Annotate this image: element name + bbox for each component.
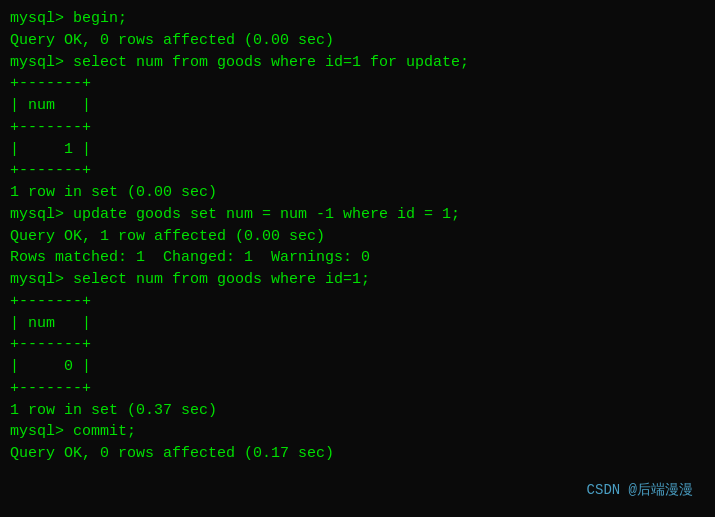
terminal-line: | 0 |	[10, 356, 705, 378]
terminal-line: +-------+	[10, 117, 705, 139]
terminal-line: | 1 |	[10, 139, 705, 161]
terminal-line: Query OK, 0 rows affected (0.17 sec)	[10, 443, 705, 465]
terminal-line: mysql> select num from goods where id=1 …	[10, 52, 705, 74]
terminal-line: +-------+	[10, 378, 705, 400]
terminal-line: mysql> begin;	[10, 8, 705, 30]
terminal-line: +-------+	[10, 160, 705, 182]
terminal-line: | num |	[10, 313, 705, 335]
terminal-line: 1 row in set (0.00 sec)	[10, 182, 705, 204]
terminal-line: Rows matched: 1 Changed: 1 Warnings: 0	[10, 247, 705, 269]
terminal-line: +-------+	[10, 73, 705, 95]
terminal-line: +-------+	[10, 334, 705, 356]
watermark: CSDN @后端漫漫	[587, 481, 693, 499]
terminal-line: | num |	[10, 95, 705, 117]
terminal-line: +-------+	[10, 291, 705, 313]
terminal-line: mysql> commit;	[10, 421, 705, 443]
terminal-line: mysql> select num from goods where id=1;	[10, 269, 705, 291]
terminal-window: mysql> begin;Query OK, 0 rows affected (…	[10, 8, 705, 509]
terminal-line: mysql> update goods set num = num -1 whe…	[10, 204, 705, 226]
terminal-line: Query OK, 1 row affected (0.00 sec)	[10, 226, 705, 248]
terminal-line: 1 row in set (0.37 sec)	[10, 400, 705, 422]
terminal-line: Query OK, 0 rows affected (0.00 sec)	[10, 30, 705, 52]
terminal-output: mysql> begin;Query OK, 0 rows affected (…	[10, 8, 705, 465]
